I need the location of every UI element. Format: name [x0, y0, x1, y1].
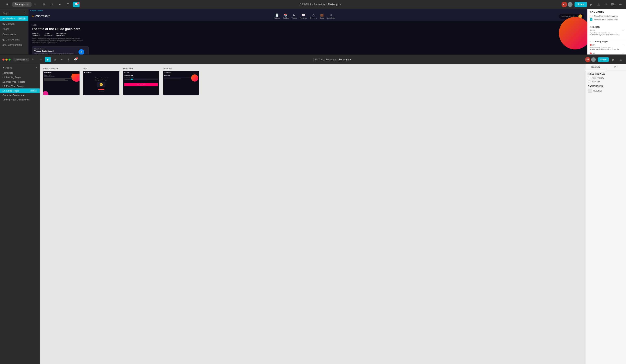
thumb-header: ✦ CSS-TRICKS — [163, 71, 199, 74]
ct-updated: Updated 28 Jan 2018 — [44, 33, 53, 36]
ct-guide-label: Guide — [32, 24, 313, 26]
thumbnail-search[interactable]: ✦ CSS-TRICKS Search Results Popular sear… — [43, 71, 80, 95]
redesign-tab[interactable]: Redesign × — [12, 2, 32, 7]
tab-close-btn[interactable]: × — [26, 3, 29, 6]
tool-buttons: ⊡ □ ✒ T 💬 — [40, 2, 79, 7]
pages-label: Pages — [5, 67, 12, 69]
bottom-add-tab[interactable]: + — [30, 57, 35, 62]
ct-logo-text: CSS-TRICKS — [35, 15, 50, 18]
snippets-icon: ◇ — [313, 13, 313, 17]
add-tab-btn[interactable]: + — [32, 2, 37, 7]
thumb-logo: ✦ CSS-TRICKS — [84, 72, 91, 73]
almanac-icon: 📖 — [302, 13, 305, 17]
thumb-logo: ✦ CSS-TRICKS — [164, 72, 171, 73]
sidebar-item-label: Pages — [2, 28, 9, 31]
page-item-post-headers[interactable]: L2. Post Type Headers — [0, 80, 40, 84]
thumb-body: Search Results Popular searches listed h… — [43, 74, 79, 95]
thumb-header: ✦ CSS-TRICKS — [83, 71, 119, 74]
ct-published: Published 28 Jan 2017 — [32, 33, 41, 36]
sidebar-item-label: ge Components — [2, 38, 20, 41]
pen-tool[interactable]: ✒ — [57, 2, 63, 7]
bottom-breadcrumb: CSS-Tricks Redesign / Redesign ▾ — [79, 58, 313, 61]
thumb-advertise-body: Advertise — [163, 74, 199, 95]
thumbnail-subscribe[interactable]: ✦ CSS-TRICKS Stay up to date Get article… — [123, 71, 159, 95]
sidebar-item-content[interactable]: pe Content — [0, 21, 28, 26]
card-title-search: Search Results — [43, 67, 80, 70]
ct-nav-label: Almanac — [300, 17, 307, 19]
pages-toggle[interactable]: ▼ Pages — [2, 67, 12, 69]
bottom-comment-tool[interactable]: 💬 — [73, 57, 78, 62]
ct-sponsored: Sponsored by Digital Ocean — [56, 33, 66, 36]
thumbnail-404[interactable]: ✦ CSS-TRICKS Sorry, we can't seem to fin… — [83, 71, 119, 95]
bottom-comment-badge — [76, 57, 78, 59]
text-tool[interactable]: T — [65, 2, 71, 7]
bottom-move-tool[interactable]: ▶ — [45, 57, 51, 62]
pages-add-btn[interactable]: + — [36, 67, 37, 69]
ct-sponsor-title: Thanks, DigitalOcean! — [34, 50, 77, 52]
page-item-landing-components[interactable]: Landing Page Components — [0, 97, 40, 102]
page-item-homepage[interactable]: Homepage — [0, 71, 40, 75]
sidebar-item-label: ary / Components — [2, 43, 22, 46]
top-left-tools: ⊞ Redesign × + — [4, 2, 37, 7]
ct-nav-label: Articles — [274, 17, 280, 19]
window-maximize[interactable] — [8, 59, 11, 61]
page-item-landing[interactable]: L1. Landing Pages — [0, 75, 40, 80]
thumb-ad-circle — [191, 75, 198, 81]
page-label: L2. Post Type Headers — [2, 81, 25, 83]
sidebar-header: Pages + — [0, 11, 28, 16]
pages-header: ▼ Pages + — [0, 66, 40, 71]
ct-nav-guides[interactable]: 📚 Guides — [283, 13, 289, 19]
frame-tool[interactable]: ⊡ — [40, 2, 47, 7]
page-label: Homepage — [2, 72, 13, 74]
css-tricks-preview: Super Guide ✦ CSS-TRICKS 📄 Articles 📚 — [29, 9, 313, 54]
sidebar-item-components[interactable]: Components — [0, 32, 28, 37]
ct-nav-almanac[interactable]: 📖 Almanac — [300, 13, 307, 19]
page-label: L1. Landing Pages — [2, 76, 21, 79]
sidebar-item-pages[interactable]: Pages — [0, 26, 28, 32]
window-controls — [2, 59, 11, 61]
bottom-pen-tool[interactable]: ✒ — [59, 57, 65, 62]
ct-nav-articles[interactable]: 📄 Articles — [274, 13, 280, 19]
tab-label: Redesign — [15, 3, 25, 6]
thumb-subscribe-btn: Go — [131, 79, 133, 80]
page-item-comments[interactable]: Comment Components — [0, 93, 40, 97]
thumb-logo: ✦ CSS-TRICKS — [44, 72, 51, 73]
bottom-redesign-tab[interactable]: Redesign × — [13, 58, 29, 61]
sidebar-item-headers[interactable]: pe Headers 3 of 13 — [0, 16, 28, 21]
sidebar-item-library[interactable]: ary / Components — [0, 42, 28, 48]
tab-area: Redesign × + — [12, 2, 37, 7]
sidebar-item-label: pe Content — [2, 22, 14, 25]
window-minimize[interactable] — [5, 59, 7, 61]
pages-toggle-arrow: ▼ — [2, 67, 5, 69]
top-toolbar: ⊞ Redesign × + ⊡ □ ✒ T 💬 CSS-Tricks Rede… — [0, 0, 313, 9]
ct-nav-snippets[interactable]: ◇ Snippets — [310, 13, 313, 19]
thumb-inner: ✦ CSS-TRICKS Stay up to date Get article… — [123, 71, 159, 95]
bottom-tab-close[interactable]: × — [26, 58, 27, 61]
ct-sponsor-desc: Vivamus sagittis lacus vel augue laoreet… — [34, 53, 77, 54]
shape-tool[interactable]: □ — [49, 2, 55, 7]
thumb-inner: ✦ CSS-TRICKS Advertise — [163, 71, 199, 95]
ct-header: ✦ CSS-TRICKS 📄 Articles 📚 Guides — [29, 12, 313, 21]
bottom-text-tool[interactable]: T — [66, 57, 71, 62]
page-item-post-content[interactable]: L3. Post Type Content — [0, 84, 40, 88]
page-card-advertise: Advertise ✦ CSS-TRICKS Advertise — [163, 67, 199, 95]
thumb-sub-title: Stay up to date — [124, 75, 158, 76]
left-sidebar: Pages + pe Headers 3 of 13 pe Content Pa… — [0, 9, 29, 54]
thumb-header: ✦ CSS-TRICKS — [123, 71, 159, 74]
comment-tool[interactable]: 💬 — [73, 2, 79, 7]
sidebar-add-icon[interactable]: + — [24, 12, 26, 15]
sidebar-item-ge-components[interactable]: ge Components — [0, 37, 28, 42]
ct-hero: Guide The title of the Guide goes here P… — [29, 21, 313, 54]
canvas-area: Super Guide ✦ CSS-TRICKS 📄 Articles 📚 — [29, 9, 313, 54]
page-label: Landing Page Components — [2, 98, 30, 101]
grid-tool[interactable]: ⊞ — [4, 2, 11, 7]
thumbnail-advertise[interactable]: ✦ CSS-TRICKS Advertise — [163, 71, 199, 95]
bottom-grid-tool[interactable]: ≡ — [38, 57, 44, 62]
videos-icon: ▶ — [293, 13, 295, 17]
window-close[interactable] — [2, 59, 4, 61]
main-area: Pages + pe Headers 3 of 13 pe Content Pa… — [0, 9, 313, 54]
page-card-search: Search Results ✦ CSS-TRICKS Search Resul… — [43, 67, 80, 95]
page-item-single-pages[interactable]: L4. Single Pages 5 of 13 — [0, 88, 40, 93]
ct-nav-videos[interactable]: ▶ Videos — [291, 13, 297, 19]
bottom-frame-tool[interactable]: ⊡ — [52, 57, 58, 62]
